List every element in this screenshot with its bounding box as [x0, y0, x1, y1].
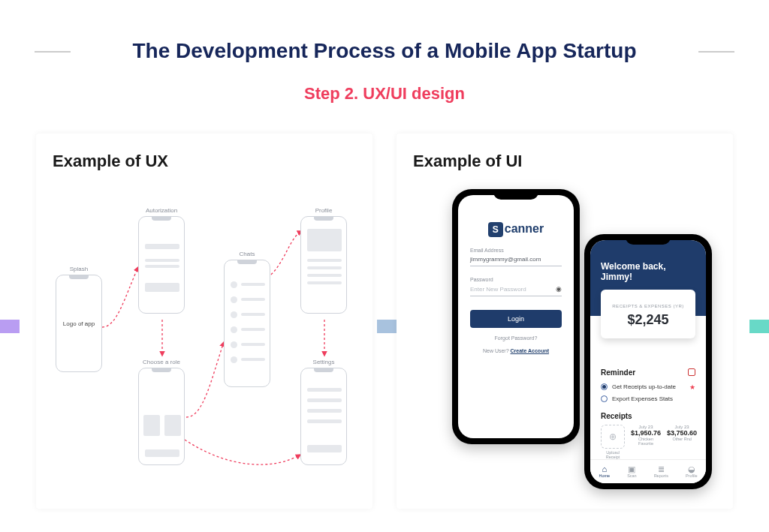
reminder-row-0[interactable]: Get Receipts up-to-date ★	[601, 381, 695, 393]
nav-profile-label: Profile	[686, 473, 698, 478]
create-account-row: New User? Create Account	[458, 348, 574, 353]
accent-bar-teal	[749, 320, 769, 333]
reminder-title: Reminder	[601, 368, 635, 377]
receipt-vendor-0: Chicken Favorite	[631, 437, 661, 446]
ux-card: Example of UX Logo of app Splash	[36, 134, 372, 509]
logo-text: canner	[505, 222, 544, 235]
wf-authorization-label: Autorization	[146, 207, 177, 214]
password-field[interactable]: Enter New Password ◉	[470, 284, 562, 296]
wf-authorization	[138, 216, 185, 314]
receipt-amount-0: $1,950.76	[631, 429, 661, 437]
nav-scan[interactable]: ▣Scan	[627, 465, 637, 478]
email-value: jimmygrammy@gmail.com	[470, 256, 541, 263]
upload-label: Upload Receipt	[601, 450, 625, 459]
nav-home[interactable]: ⌂Home	[599, 465, 610, 478]
summary-card: RECEIPTS & EXPENSES (YR) $2,245	[601, 290, 695, 338]
wf-role-label: Choose a role	[143, 359, 180, 365]
wf-splash: Logo of app	[56, 275, 102, 372]
reminder-add-icon[interactable]	[688, 368, 695, 376]
reminder-text-0: Get Receipts up-to-date	[612, 383, 676, 390]
email-label: Email Address	[470, 248, 562, 253]
receipt-amount-1: $3,750.60	[667, 429, 697, 437]
home-icon: ⌂	[599, 465, 610, 473]
upload-receipt[interactable]: ⊕ Upload Receipt	[601, 425, 625, 459]
summary-amount: $2,245	[601, 312, 695, 328]
reminder-section: Reminder Get Receipts up-to-date ★ Expor…	[590, 368, 706, 404]
wf-profile-label: Profile	[315, 207, 333, 214]
wf-splash-label: Splash	[70, 266, 88, 272]
ux-card-title: Example of UX	[50, 152, 359, 171]
eye-icon[interactable]: ◉	[556, 285, 562, 293]
upload-icon: ⊕	[601, 425, 625, 449]
nav-reports[interactable]: ≣Reports	[654, 465, 668, 478]
create-account-link[interactable]: Create Account	[511, 348, 549, 353]
login-screen: Scanner Email Address jimmygrammy@gmail.…	[458, 195, 574, 438]
page-title: The Development Process of a Mobile App …	[0, 39, 769, 63]
nav-home-label: Home	[599, 473, 610, 478]
wf-settings	[300, 368, 347, 465]
wf-chats-label: Chats	[240, 251, 255, 257]
wf-settings-label: Settings	[313, 359, 335, 365]
email-field[interactable]: jimmygrammy@gmail.com	[470, 254, 562, 266]
logo-badge: S	[488, 222, 503, 237]
scan-icon: ▣	[627, 465, 637, 473]
ui-card-title: Example of UI	[410, 152, 719, 171]
password-label: Password	[470, 277, 562, 282]
accent-bar-purple	[0, 320, 20, 333]
nav-scan-label: Scan	[627, 473, 637, 478]
nav-reports-label: Reports	[654, 473, 668, 478]
bottom-nav: ⌂Home ▣Scan ≣Reports ◒Profile	[590, 459, 706, 483]
welcome-text: Welcome back, Jimmy!	[601, 261, 695, 283]
forgot-password-link[interactable]: Forgot Password?	[458, 335, 574, 341]
ui-card: Example of UI Scanner Email Address jimm…	[397, 134, 733, 509]
receipts-title: Receipts	[601, 412, 632, 420]
phone-notch	[626, 234, 671, 245]
ui-phone-dashboard: Welcome back, Jimmy! RECEIPTS & EXPENSES…	[584, 234, 712, 489]
receipt-item-0[interactable]: July 23 $1,950.76 Chicken Favorite	[631, 425, 661, 459]
new-user-prefix: New User?	[483, 348, 511, 353]
wf-profile	[300, 216, 347, 314]
wf-splash-text: Logo of app	[56, 275, 101, 371]
wf-chats	[224, 260, 270, 387]
receipt-vendor-1: Other Rnd	[667, 437, 697, 441]
radio-unchecked-icon[interactable]	[601, 395, 608, 402]
app-logo: Scanner	[458, 222, 574, 237]
summary-caption: RECEIPTS & EXPENSES (YR)	[612, 304, 684, 308]
radio-checked-icon[interactable]	[601, 383, 608, 390]
receipts-section: Receipts ⊕ Upload Receipt July 23 $1,950…	[590, 412, 706, 459]
ui-canvas: Scanner Email Address jimmygrammy@gmail.…	[410, 185, 719, 500]
receipt-item-1[interactable]: July 23 $3,750.60 Other Rnd	[667, 425, 697, 459]
step-title: Step 2. UX/UI design	[0, 84, 769, 104]
profile-icon: ◒	[686, 465, 698, 473]
reports-icon: ≣	[654, 465, 668, 473]
reminder-text-1: Export Expenses Stats	[612, 395, 673, 402]
wf-role	[138, 368, 185, 465]
reminder-row-1[interactable]: Export Expenses Stats	[601, 393, 695, 404]
phone-notch	[493, 189, 538, 200]
ux-flow-canvas: Logo of app Splash Autorization Choose a…	[50, 185, 359, 500]
ui-phone-login: Scanner Email Address jimmygrammy@gmail.…	[452, 189, 580, 444]
accent-bar-blue	[377, 320, 397, 333]
nav-profile[interactable]: ◒Profile	[686, 465, 698, 478]
password-placeholder: Enter New Password	[470, 286, 526, 293]
dashboard-screen: Welcome back, Jimmy! RECEIPTS & EXPENSES…	[590, 240, 706, 483]
login-button[interactable]: Login	[470, 310, 562, 328]
star-icon[interactable]: ★	[689, 383, 695, 391]
